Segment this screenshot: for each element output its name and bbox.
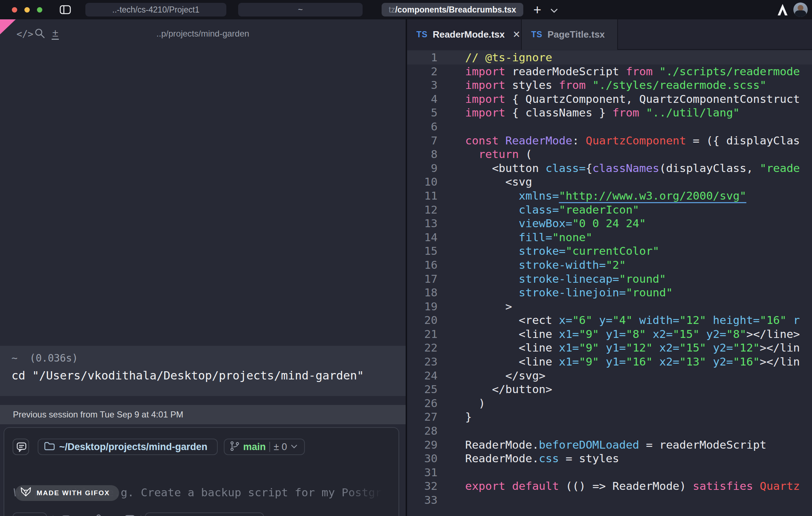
chat-bubble-icon[interactable]	[13, 439, 29, 455]
line-number: 14	[407, 230, 438, 244]
line-number: 20	[407, 313, 438, 327]
line-number: 2	[407, 64, 438, 78]
zoom-window-button[interactable]	[37, 7, 42, 13]
editor-panel: TS ReaderMode.tsx ✕ TS PageTitle.tsx 1//…	[407, 19, 812, 516]
close-window-button[interactable]	[12, 7, 17, 13]
command-input-block[interactable]: ~/Desktop/projects/mind-garden main ± 0 …	[4, 427, 399, 516]
line-number: 6	[407, 120, 438, 134]
chevron-down-icon	[291, 444, 298, 450]
line-number: 13	[407, 216, 438, 230]
code-line[interactable]: 31	[407, 465, 812, 479]
line-number: 8	[407, 147, 438, 161]
slash-square-icon[interactable]	[60, 515, 72, 516]
code-line[interactable]: 20 <rect x="6" y="4" width="12" height="…	[407, 313, 812, 327]
code-line[interactable]: 4import { QuartzComponent, QuartzCompone…	[407, 92, 812, 106]
code-line[interactable]: 7const ReaderMode: QuartzComponent = ({ …	[407, 134, 812, 148]
code-line[interactable]: 22 <line x1="9" y1="12" x2="15" y2="12">…	[407, 341, 812, 355]
code-line[interactable]: 1// @ts-ignore	[407, 51, 812, 64]
terminal-tab-breadcrumbs[interactable]: tz/components/Breadcrumbs.tsx	[382, 3, 523, 16]
line-number: 27	[407, 410, 438, 424]
command-text: cd "/Users/vkodithala/Desktop/projects/m…	[11, 369, 364, 382]
minimize-window-button[interactable]	[24, 7, 30, 13]
editor-tab-pagetitle[interactable]: TS PageTitle.tsx	[522, 19, 618, 50]
warp-logo-icon[interactable]	[777, 3, 788, 18]
code-line[interactable]: 16 stroke-width="2"	[407, 258, 812, 272]
code-line[interactable]: 3import styles from "./styles/readermode…	[407, 78, 812, 92]
sidebar-toggle-icon[interactable]	[60, 5, 71, 14]
code-line[interactable]: 33	[407, 493, 812, 507]
line-number: 12	[407, 203, 438, 217]
git-branch-name: main	[243, 441, 266, 453]
pill-divider	[269, 442, 270, 452]
gifox-watermark-badge: MADE WITH GIFOX	[15, 485, 119, 501]
line-number: 1	[407, 51, 438, 64]
code-line[interactable]: 27}	[407, 410, 812, 424]
code-line[interactable]: 19 >	[407, 300, 812, 314]
line-number: 33	[407, 493, 438, 507]
tab-label: /components/Breadcrumbs.tsx	[395, 5, 516, 14]
code-line[interactable]: 8 return (	[407, 147, 812, 161]
terminal-path-title: ..p/projects/mind-garden	[0, 29, 406, 39]
microphone-icon[interactable]	[93, 514, 104, 516]
code-line[interactable]: 15 stroke="currentColor"	[407, 244, 812, 258]
typescript-icon: TS	[416, 30, 428, 39]
code-line[interactable]: 5import { classNames } from "../util/lan…	[407, 106, 812, 120]
line-number: 11	[407, 189, 438, 203]
line-number: 32	[407, 479, 438, 493]
code-line[interactable]: 18 stroke-linejoin="round"	[407, 286, 812, 300]
code-line[interactable]: 11 xmlns="http://www.w3.org/2000/svg"	[407, 189, 812, 203]
line-number: 22	[407, 341, 438, 355]
code-line[interactable]: 25 </button>	[407, 382, 812, 396]
cwd-path: ~/Desktop/projects/mind-garden	[59, 441, 207, 453]
code-line[interactable]: 14 fill="none"	[407, 230, 812, 244]
code-line[interactable]: 30ReaderMode.css = styles	[407, 452, 812, 465]
code-line[interactable]: 23 <line x1="9" y1="16" x2="13" y2="16">…	[407, 355, 812, 369]
image-icon[interactable]	[124, 515, 136, 516]
terminal-tab-project1[interactable]: ..-tech/cs-4210/Project1	[85, 3, 226, 16]
terminal-tab-home[interactable]: ~	[238, 3, 363, 16]
model-selector-dropdown[interactable]: auto (claude 4 sonnet)	[145, 512, 264, 516]
git-status-pill[interactable]: main ± 0	[224, 439, 305, 455]
line-number: 26	[407, 396, 438, 410]
new-tab-icon[interactable]: +	[530, 1, 544, 18]
avatar-photo	[798, 5, 803, 11]
code-line[interactable]: 26 )	[407, 396, 812, 410]
code-line[interactable]: 21 <line x1="9" y1="8" x2="15" y2="8"></…	[407, 327, 812, 341]
line-number: 5	[407, 106, 438, 120]
code-line[interactable]: 32export default (() => ReaderMode) sati…	[407, 479, 812, 493]
line-number: 28	[407, 424, 438, 438]
code-line[interactable]: 12 class="readerIcon"	[407, 203, 812, 217]
code-lines: 1// @ts-ignore2import readerModeScript f…	[407, 51, 812, 507]
user-avatar[interactable]	[793, 3, 808, 17]
prompt-symbol: ~	[11, 352, 18, 364]
code-line[interactable]: 28	[407, 424, 812, 438]
folder-icon	[44, 441, 55, 452]
code-line[interactable]: 17 stroke-linecap="round"	[407, 272, 812, 286]
close-icon[interactable]: ✕	[513, 29, 520, 40]
terminal-panel: </> ± ..p/projects/mind-garden ~ (0.036s…	[0, 19, 406, 516]
input-toolbar: >_ @	[4, 512, 398, 516]
tab-label: ~	[298, 5, 303, 14]
code-line[interactable]: 2import readerModeScript from "./scripts…	[407, 64, 812, 78]
cwd-pill[interactable]: ~/Desktop/projects/mind-garden	[38, 439, 218, 455]
line-number: 23	[407, 355, 438, 369]
line-number: 25	[407, 382, 438, 396]
code-line[interactable]: 10 <svg	[407, 175, 812, 189]
tab-dropdown-chevron-icon[interactable]	[550, 8, 558, 14]
code-line[interactable]: 29ReaderMode.beforeDOMLoaded = readerMod…	[407, 438, 812, 452]
code-line[interactable]: 13 viewBox="0 0 24 24"	[407, 216, 812, 230]
code-line[interactable]: 6	[407, 120, 812, 134]
code-line[interactable]: 24 </svg>	[407, 369, 812, 383]
tab-label: ..-tech/cs-4210/Project1	[112, 5, 199, 14]
code-line[interactable]: 9 <button class={classNames(displayClass…	[407, 161, 812, 175]
editor-tab-label: ReaderMode.tsx	[433, 29, 505, 40]
line-number: 24	[407, 369, 438, 383]
line-number: 9	[407, 161, 438, 175]
editor-tab-readermode[interactable]: TS ReaderMode.tsx ✕	[407, 19, 522, 50]
input-mode-toggle[interactable]: >_	[13, 512, 47, 516]
line-number: 10	[407, 175, 438, 189]
terminal-header: </> ± ..p/projects/mind-garden	[0, 19, 406, 50]
screen: ..-tech/cs-4210/Project1 ~ tz/components…	[0, 0, 812, 516]
line-number: 21	[407, 327, 438, 341]
editor-tabbar: TS ReaderMode.tsx ✕ TS PageTitle.tsx	[407, 19, 812, 50]
